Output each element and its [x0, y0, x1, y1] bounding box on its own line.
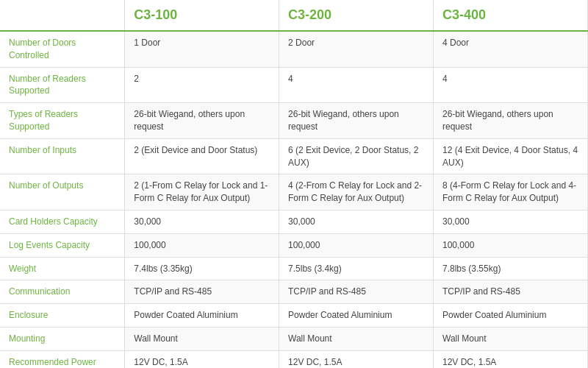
cell-c3100: TCP/IP and RS-485 — [125, 280, 279, 304]
cell-c3100: 26-bit Wiegand, others upon request — [125, 103, 279, 139]
header-c3200: C3-200 — [279, 0, 434, 31]
row-label: Communication — [0, 280, 125, 304]
header-c3400: C3-400 — [434, 0, 588, 31]
table-row: MountingWall MountWall MountWall Mount — [0, 327, 588, 350]
row-label: Number of Inputs — [0, 138, 125, 174]
cell-c3400: 30,000 — [434, 210, 588, 233]
cell-c3200: 12V DC, 1.5A — [279, 350, 434, 368]
cell-c3200: TCP/IP and RS-485 — [279, 280, 434, 304]
cell-c3200: 26-bit Wiegand, others upon request — [279, 103, 434, 139]
cell-c3100: Wall Mount — [125, 327, 279, 350]
cell-c3400: Wall Mount — [434, 327, 588, 350]
cell-c3100: 2 (Exit Device and Door Status) — [125, 138, 279, 174]
cell-c3100: 2 (1-From C Relay for Lock and 1-Form C … — [125, 174, 279, 210]
cell-c3400: 100,000 — [434, 233, 588, 257]
cell-c3200: Wall Mount — [279, 327, 434, 350]
cell-c3400: TCP/IP and RS-485 — [434, 280, 588, 304]
cell-c3200: Powder Coated Aluminium — [279, 304, 434, 328]
cell-c3400: Powder Coated Aluminium — [434, 304, 588, 328]
row-label: Card Holders Capacity — [0, 210, 125, 233]
cell-c3200: 30,000 — [279, 210, 434, 233]
cell-c3100: Powder Coated Aluminium — [125, 304, 279, 328]
cell-c3100: 7.4lbs (3.35kg) — [125, 257, 279, 280]
cell-c3100: 2 — [125, 67, 279, 103]
row-label: Log Events Capacity — [0, 233, 125, 257]
row-label: Recommended Power Supply — [0, 350, 125, 368]
cell-c3400: 8 (4-Form C Relay for Lock and 4-Form C … — [434, 174, 588, 210]
cell-c3200: 7.5lbs (3.4kg) — [279, 257, 434, 280]
row-label: Number of Doors Controlled — [0, 31, 125, 67]
table-row: Number of Inputs2 (Exit Device and Door … — [0, 138, 588, 174]
row-label: Mounting — [0, 327, 125, 350]
cell-c3100: 12V DC, 1.5A — [125, 350, 279, 368]
cell-c3200: 6 (2 Exit Device, 2 Door Status, 2 AUX) — [279, 138, 434, 174]
cell-c3100: 1 Door — [125, 31, 279, 67]
table-row: Recommended Power Supply12V DC, 1.5A12V … — [0, 350, 588, 368]
cell-c3400: 4 — [434, 67, 588, 103]
table-row: Number of Readers Supported244 — [0, 67, 588, 103]
row-label: Enclosure — [0, 304, 125, 328]
cell-c3200: 4 (2-From C Relay for Lock and 2-Form C … — [279, 174, 434, 210]
table-row: Number of Outputs2 (1-From C Relay for L… — [0, 174, 588, 210]
cell-c3400: 4 Door — [434, 31, 588, 67]
cell-c3200: 2 Door — [279, 31, 434, 67]
row-label: Weight — [0, 257, 125, 280]
row-label: Types of Readers Supported — [0, 103, 125, 139]
header-empty — [0, 0, 125, 31]
cell-c3100: 30,000 — [125, 210, 279, 233]
cell-c3400: 12V DC, 1.5A — [434, 350, 588, 368]
table-row: Log Events Capacity100,000100,000100,000 — [0, 233, 588, 257]
row-label: Number of Outputs — [0, 174, 125, 210]
cell-c3100: 100,000 — [125, 233, 279, 257]
row-label: Number of Readers Supported — [0, 67, 125, 103]
table-row: EnclosurePowder Coated AluminiumPowder C… — [0, 304, 588, 328]
table-row: Number of Doors Controlled1 Door2 Door4 … — [0, 31, 588, 67]
header-c3100: C3-100 — [125, 0, 279, 31]
table-row: Types of Readers Supported26-bit Wiegand… — [0, 103, 588, 139]
cell-c3400: 7.8lbs (3.55kg) — [434, 257, 588, 280]
cell-c3200: 4 — [279, 67, 434, 103]
table-row: CommunicationTCP/IP and RS-485TCP/IP and… — [0, 280, 588, 304]
cell-c3400: 26-bit Wiegand, others upon request — [434, 103, 588, 139]
comparison-table: C3-100 C3-200 C3-400 Number of Doors Con… — [0, 0, 588, 368]
cell-c3400: 12 (4 Exit Device, 4 Door Status, 4 AUX) — [434, 138, 588, 174]
table-row: Card Holders Capacity30,00030,00030,000 — [0, 210, 588, 233]
cell-c3200: 100,000 — [279, 233, 434, 257]
table-row: Weight7.4lbs (3.35kg)7.5lbs (3.4kg)7.8lb… — [0, 257, 588, 280]
